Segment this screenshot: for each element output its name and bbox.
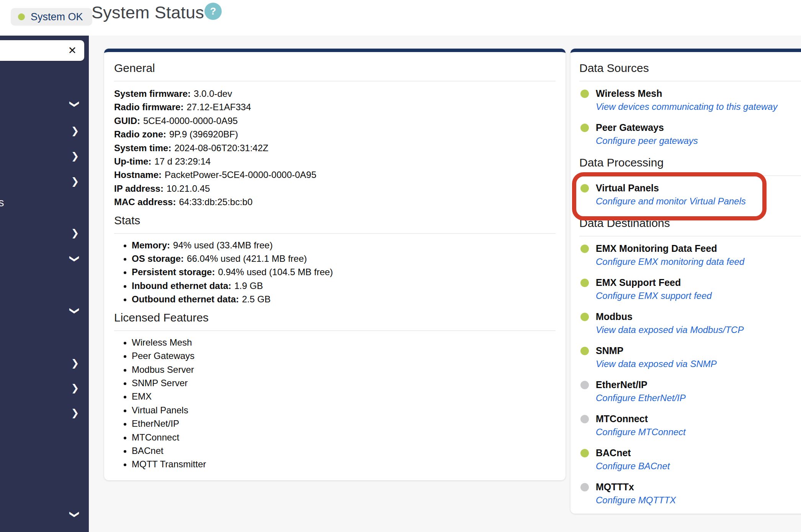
info-label: System time: xyxy=(114,143,171,153)
info-row: Radio firmware:27.12-E1AF334 xyxy=(114,100,556,114)
info-label: Hostname: xyxy=(114,170,162,180)
help-icon[interactable]: ? xyxy=(204,3,222,20)
item-title: EMX Support Feed xyxy=(596,277,801,289)
data-processing-heading: Data Processing xyxy=(579,156,801,170)
info-row: IP address:10.21.0.45 xyxy=(114,182,556,195)
info-value: 3.0.0-dev xyxy=(194,88,232,99)
item-link[interactable]: Configure EMX monitoring data feed xyxy=(596,256,744,268)
sidebar-menu-panel: ✕ xyxy=(0,40,84,61)
divider xyxy=(579,175,801,176)
item-link[interactable]: View data exposed via Modbus/TCP xyxy=(596,324,744,336)
data-destination-item: MQTTTx Configure MQTTTX xyxy=(579,481,801,506)
info-label: Up-time: xyxy=(114,156,151,166)
item-title: EtherNet/IP xyxy=(596,379,801,391)
info-value: PacketPower-5CE4-0000-0000-0A95 xyxy=(165,170,316,180)
data-processing-item: Virtual Panels Configure and monitor Vir… xyxy=(579,182,801,207)
licensed-features-heading: Licensed Features xyxy=(114,311,556,325)
chevron-right-icon[interactable]: ❯ xyxy=(69,175,81,187)
info-label: Radio firmware: xyxy=(114,102,183,112)
chevron-right-icon[interactable]: ❯ xyxy=(69,382,81,393)
divider xyxy=(114,81,556,82)
item-title: SNMP xyxy=(596,345,801,357)
stat-value: 2.5 GB xyxy=(242,294,271,304)
data-sources-list: Wireless Mesh View devices communicating… xyxy=(579,88,801,147)
licensed-feature-item: EMX xyxy=(132,390,556,403)
info-label: Radio zone: xyxy=(114,129,166,139)
data-destinations-heading: Data Destinations xyxy=(579,216,801,230)
stat-label: Memory: xyxy=(132,240,170,250)
status-dot xyxy=(580,483,589,491)
divider xyxy=(114,233,556,234)
stat-item: Inbound ethernet data:1.9 GB xyxy=(132,279,556,292)
chevron-right-icon[interactable]: ❯ xyxy=(69,125,81,136)
info-value: 5CE4-0000-0000-0A95 xyxy=(143,116,238,126)
licensed-features-list: Wireless Mesh Peer Gateways Modbus Serve… xyxy=(114,336,556,471)
item-title: MTConnect xyxy=(596,413,801,425)
chevron-down-icon[interactable]: ❯ xyxy=(69,305,81,317)
stat-value: 94% used (33.4MB free) xyxy=(173,240,273,250)
divider xyxy=(579,236,801,237)
licensed-feature-item: SNMP Server xyxy=(132,376,556,390)
sidebar-clipped-label: s xyxy=(0,196,4,209)
chevron-right-icon[interactable]: ❯ xyxy=(69,357,81,369)
data-source-item: Wireless Mesh View devices communicating… xyxy=(579,88,801,113)
close-icon[interactable]: ✕ xyxy=(68,46,77,56)
info-row: System firmware:3.0.0-dev xyxy=(114,87,556,100)
info-label: System firmware: xyxy=(114,88,191,99)
chevron-down-icon[interactable]: ❯ xyxy=(69,98,81,110)
chevron-down-icon[interactable]: ❯ xyxy=(69,509,81,520)
licensed-feature-item: Modbus Server xyxy=(132,363,556,376)
item-link[interactable]: Configure BACnet xyxy=(596,460,670,472)
item-link[interactable]: Configure EtherNet/IP xyxy=(596,392,686,404)
status-dot xyxy=(580,124,589,132)
item-link[interactable]: Configure peer gateways xyxy=(596,135,698,147)
item-title: BACnet xyxy=(596,447,801,459)
info-value: 27.12-E1AF334 xyxy=(186,102,251,112)
data-destination-item: BACnet Configure BACnet xyxy=(579,447,801,472)
item-title: EMX Monitoring Data Feed xyxy=(596,243,801,255)
item-title: MQTTTx xyxy=(596,481,801,493)
status-dot xyxy=(580,279,589,287)
info-row: Up-time:17 d 23:29:14 xyxy=(114,155,556,168)
system-status-badge: System OK xyxy=(11,8,92,26)
item-link[interactable]: Configure and monitor Virtual Panels xyxy=(596,196,746,207)
info-row: MAC address:64:33:db:25:bc:b0 xyxy=(114,195,556,209)
status-ok-dot-icon xyxy=(18,13,25,20)
info-row: Hostname:PacketPower-5CE4-0000-0000-0A95 xyxy=(114,168,556,181)
data-status-card: Data Sources Wireless Mesh View devices … xyxy=(571,49,801,514)
licensed-feature-item: Virtual Panels xyxy=(132,403,556,417)
chevron-right-icon[interactable]: ❯ xyxy=(69,227,81,238)
info-value: 2024-08-06T20:31:42Z xyxy=(174,143,268,153)
item-title: Wireless Mesh xyxy=(596,88,801,100)
item-link[interactable]: Configure MTConnect xyxy=(596,426,686,438)
status-badge-label: System OK xyxy=(31,11,83,23)
chevron-right-icon[interactable]: ❯ xyxy=(69,407,81,418)
info-label: IP address: xyxy=(114,183,163,194)
info-label: GUID: xyxy=(114,116,140,126)
data-destination-item: EtherNet/IP Configure EtherNet/IP xyxy=(579,379,801,404)
chevron-right-icon[interactable]: ❯ xyxy=(69,150,81,162)
data-destination-item: EMX Monitoring Data Feed Configure EMX m… xyxy=(579,243,801,268)
licensed-feature-item: EtherNet/IP xyxy=(132,417,556,430)
chevron-down-icon[interactable]: ❯ xyxy=(69,253,81,264)
item-link[interactable]: Configure MQTTTX xyxy=(596,494,676,506)
item-link[interactable]: View data exposed via SNMP xyxy=(596,358,717,370)
licensed-feature-item: MTConnect xyxy=(132,431,556,444)
info-value: 17 d 23:29:14 xyxy=(154,156,211,166)
data-source-item: Peer Gateways Configure peer gateways xyxy=(579,122,801,147)
stat-value: 66.04% used (421.1 MB free) xyxy=(187,253,307,264)
stat-value: 0.94% used (104.5 MB free) xyxy=(218,267,333,277)
stat-item: Memory:94% used (33.4MB free) xyxy=(132,238,556,252)
stat-label: Outbound ethernet data: xyxy=(132,294,239,304)
item-link[interactable]: View devices communicating to this gatew… xyxy=(596,101,777,113)
divider xyxy=(114,330,556,331)
data-destination-item: Modbus View data exposed via Modbus/TCP xyxy=(579,311,801,336)
stat-item: Persistent storage:0.94% used (104.5 MB … xyxy=(132,265,556,279)
stats-list: Memory:94% used (33.4MB free) OS storage… xyxy=(114,238,556,306)
item-link[interactable]: Configure EMX support feed xyxy=(596,290,712,302)
info-row: Radio zone:9P.9 (396920BF) xyxy=(114,127,556,141)
status-dot xyxy=(580,245,589,253)
stat-item: OS storage:66.04% used (421.1 MB free) xyxy=(132,252,556,265)
stat-value: 1.9 GB xyxy=(234,281,263,291)
info-value: 10.21.0.45 xyxy=(167,183,210,194)
